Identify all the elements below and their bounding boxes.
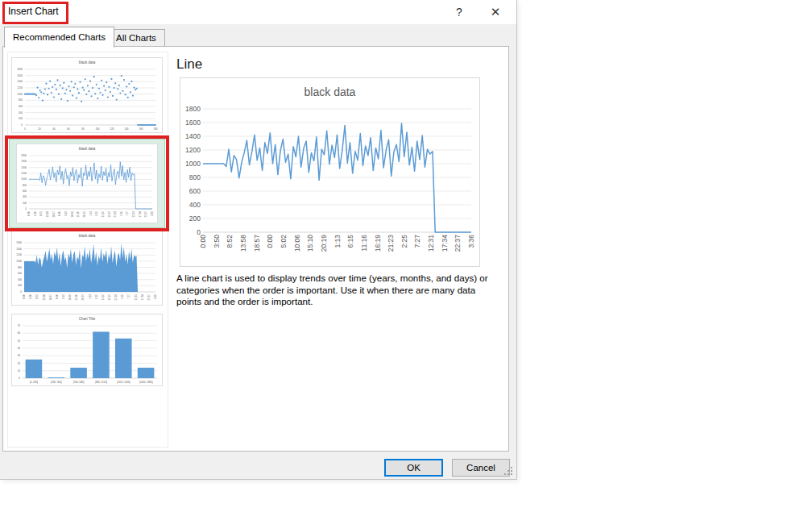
svg-text:8:52: 8:52 xyxy=(226,235,234,248)
svg-text:15:10: 15:10 xyxy=(77,211,80,218)
thumbnail-scatter-chart[interactable]: black data 18001600140012001000800600400… xyxy=(11,57,163,133)
svg-text:200: 200 xyxy=(189,214,201,223)
svg-text:40: 40 xyxy=(52,127,56,131)
svg-text:(840, 1120]: (840, 1120] xyxy=(95,381,107,384)
svg-text:40: 40 xyxy=(18,347,21,350)
svg-text:13:58: 13:58 xyxy=(46,211,49,218)
svg-text:20: 20 xyxy=(38,127,41,131)
svg-text:22:37: 22:37 xyxy=(144,211,147,218)
svg-text:200: 200 xyxy=(23,202,27,205)
svg-text:10:06: 10:06 xyxy=(71,211,74,218)
svg-text:0:00: 0:00 xyxy=(199,235,207,248)
svg-text:800: 800 xyxy=(189,173,201,181)
svg-text:18:57: 18:57 xyxy=(49,294,52,301)
svg-text:2:25: 2:25 xyxy=(121,294,124,299)
svg-text:1000: 1000 xyxy=(16,260,22,263)
close-button[interactable]: ✕ xyxy=(482,2,509,22)
svg-text:12:31: 12:31 xyxy=(135,294,138,301)
svg-text:1000: 1000 xyxy=(185,160,201,168)
svg-text:5:02: 5:02 xyxy=(62,294,65,299)
svg-text:17:34: 17:34 xyxy=(441,235,449,252)
thumbnail-line-chart-selected[interactable]: black data 18001600140012001000800600400… xyxy=(9,139,165,228)
svg-text:3:50: 3:50 xyxy=(213,235,221,248)
svg-text:160: 160 xyxy=(139,127,143,131)
svg-text:12:31: 12:31 xyxy=(132,211,135,218)
svg-text:800: 800 xyxy=(18,266,22,269)
svg-text:0:00: 0:00 xyxy=(58,211,61,216)
svg-text:140: 140 xyxy=(124,127,128,131)
svg-text:7:27: 7:27 xyxy=(127,294,130,299)
scatter-thumbnail-chart: 1800160014001200100080060040020000204060… xyxy=(12,68,162,132)
svg-text:22:37: 22:37 xyxy=(454,235,462,252)
svg-text:7:27: 7:27 xyxy=(126,211,129,216)
chart-description: A line chart is used to display trends o… xyxy=(176,273,499,308)
svg-text:70: 70 xyxy=(18,324,21,327)
thumbnail-title: Chart Title xyxy=(12,314,162,321)
svg-text:20:19: 20:19 xyxy=(81,294,85,301)
svg-text:1600: 1600 xyxy=(16,241,22,244)
svg-text:600: 600 xyxy=(18,272,22,275)
svg-text:8:52: 8:52 xyxy=(35,294,39,299)
thumbnail-area-chart[interactable]: black data 16001400120010008006004002000… xyxy=(11,231,163,306)
svg-text:3:50: 3:50 xyxy=(34,211,37,216)
svg-text:13:58: 13:58 xyxy=(43,294,46,301)
help-icon: ? xyxy=(456,6,462,19)
help-button[interactable]: ? xyxy=(448,2,470,22)
svg-text:0: 0 xyxy=(19,377,20,380)
svg-text:20:19: 20:19 xyxy=(83,211,86,218)
thumbnail-title: black data xyxy=(17,144,157,151)
tab-page-recommended: black data 18001600140012001000800600400… xyxy=(2,46,509,452)
svg-text:400: 400 xyxy=(19,111,23,115)
dialog-title: Insert Chart xyxy=(8,6,59,17)
svg-text:1:13: 1:13 xyxy=(89,211,93,216)
svg-text:1000: 1000 xyxy=(21,177,27,181)
desktop: Insert Chart ? ✕ Recommended Charts All … xyxy=(0,0,812,508)
chart-preview: black data 18001600140012001000800600400… xyxy=(180,77,480,267)
svg-text:16:19: 16:19 xyxy=(374,235,382,252)
svg-text:5:02: 5:02 xyxy=(280,235,288,248)
svg-text:18:57: 18:57 xyxy=(253,235,261,252)
svg-text:13:58: 13:58 xyxy=(239,235,247,252)
svg-text:10:06: 10:06 xyxy=(68,294,72,301)
tab-recommended-charts[interactable]: Recommended Charts xyxy=(4,27,114,48)
svg-text:120: 120 xyxy=(110,127,114,131)
svg-text:1200: 1200 xyxy=(21,172,27,175)
svg-text:18:57: 18:57 xyxy=(52,211,56,218)
svg-text:1200: 1200 xyxy=(16,253,22,256)
dialog-footer: OK Cancel xyxy=(0,452,516,479)
svg-text:800: 800 xyxy=(19,98,23,102)
svg-text:1:13: 1:13 xyxy=(334,235,342,248)
thumbnail-histogram-chart[interactable]: Chart Title 706050403020100[0, 280](280,… xyxy=(11,314,163,386)
thumbnail-line-chart[interactable]: black data 18001600140012001000800600400… xyxy=(16,144,158,223)
chart-type-list: black data 18001600140012001000800600400… xyxy=(7,52,168,448)
tab-strip: Recommended Charts All Charts xyxy=(0,24,516,46)
svg-text:1200: 1200 xyxy=(17,86,23,90)
svg-text:30: 30 xyxy=(18,354,21,357)
svg-text:1400: 1400 xyxy=(21,166,27,169)
svg-text:0:00: 0:00 xyxy=(23,294,26,299)
preview-chart-title: black data xyxy=(180,78,479,98)
svg-text:10:06: 10:06 xyxy=(293,235,301,252)
svg-text:1:13: 1:13 xyxy=(89,294,92,299)
svg-text:100: 100 xyxy=(95,127,99,131)
svg-text:60: 60 xyxy=(18,331,21,335)
svg-text:50: 50 xyxy=(18,339,21,343)
svg-text:17:34: 17:34 xyxy=(139,211,142,218)
svg-text:0:00: 0:00 xyxy=(56,294,59,299)
svg-text:600: 600 xyxy=(189,187,201,195)
svg-text:0: 0 xyxy=(25,207,27,210)
svg-text:0: 0 xyxy=(20,290,22,294)
svg-text:1600: 1600 xyxy=(17,74,23,77)
ok-button[interactable]: OK xyxy=(384,459,443,477)
svg-text:6:15: 6:15 xyxy=(95,211,98,216)
resize-grip[interactable] xyxy=(504,467,513,476)
svg-text:800: 800 xyxy=(23,184,27,187)
svg-text:21:23: 21:23 xyxy=(114,211,117,218)
cancel-button[interactable]: Cancel xyxy=(452,459,510,477)
thumbnail-title: black data xyxy=(12,231,162,238)
svg-text:6:15: 6:15 xyxy=(346,235,354,248)
tab-all-charts[interactable]: All Charts xyxy=(107,29,165,47)
svg-text:7:27: 7:27 xyxy=(413,235,421,248)
svg-text:5:02: 5:02 xyxy=(64,211,68,216)
svg-text:3:36: 3:36 xyxy=(467,235,475,248)
